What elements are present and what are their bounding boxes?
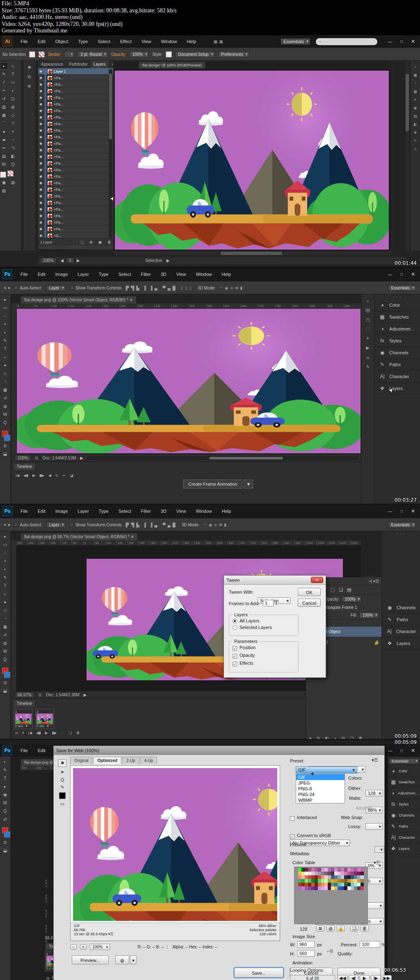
layer-name[interactable]: <Pa... <box>54 188 64 192</box>
snap-web-icon[interactable]: ⊠ <box>316 925 324 932</box>
dock-panel-button[interactable]: A| Character <box>388 832 420 843</box>
layer-row[interactable]: ◉ <Pa... ○ <box>38 94 113 101</box>
status-flyout-arrow[interactable]: ▶ <box>80 456 83 460</box>
color-swatch[interactable] <box>321 872 324 875</box>
color-swatch[interactable] <box>321 879 324 883</box>
tab-original[interactable]: Original <box>70 757 92 764</box>
workspace-switcher[interactable]: Essentials <box>389 758 419 764</box>
fill-value[interactable]: 100% <box>359 612 379 618</box>
layer-name[interactable]: <Pa... <box>54 214 64 218</box>
background-color-swatch[interactable] <box>4 831 10 838</box>
ai-menu-item[interactable]: Help <box>182 35 201 48</box>
close-button[interactable]: ✕ <box>408 271 418 278</box>
hand-tool-icon[interactable]: ✱ <box>58 759 66 767</box>
minimize-button[interactable]: — <box>385 38 395 45</box>
export-icon[interactable]: ⎘ <box>39 693 42 698</box>
color-swatch[interactable] <box>361 883 364 886</box>
visibility-eye-icon[interactable]: ◉ <box>39 129 43 132</box>
bridge-icon[interactable]: ▣ ▣ <box>213 39 223 44</box>
format-option-png8[interactable]: PNG-8 <box>296 786 345 792</box>
new-layer-icon[interactable]: ▣ <box>98 240 102 244</box>
visibility-eye-icon[interactable]: ◉ <box>39 168 43 172</box>
save-button[interactable]: Save... <box>234 968 283 978</box>
color-swatch[interactable] <box>347 883 351 886</box>
color-swatch[interactable] <box>298 872 301 875</box>
tab-close-icon[interactable]: ✕ <box>129 298 132 302</box>
dock-panel-button[interactable]: A| Character <box>382 626 420 638</box>
visibility-eye-icon[interactable]: ◉ <box>39 76 43 80</box>
dock-panel-button[interactable]: ◉ Channels <box>374 347 420 359</box>
color-swatch[interactable] <box>321 875 324 879</box>
layer-row[interactable]: ◉ <Pa... ○ <box>38 186 113 193</box>
status-flyout-arrow[interactable]: ▶ <box>84 693 87 697</box>
sfw-title-bar[interactable]: Save for Web (100%) <box>54 746 384 755</box>
percent-input[interactable]: 100 <box>360 941 380 948</box>
color-swatch[interactable] <box>351 879 354 883</box>
tween-with-dropdown[interactable]: Selection <box>258 597 290 604</box>
visibility-eye-icon[interactable]: ◉ <box>39 83 43 86</box>
ps-menu-item[interactable]: File <box>16 268 33 280</box>
color-swatch[interactable] <box>361 886 364 890</box>
color-swatch[interactable] <box>341 886 344 890</box>
color-swatch[interactable] <box>315 875 318 879</box>
layer-name[interactable]: <Pa... <box>54 109 64 113</box>
visibility-eye-icon[interactable]: ◉ <box>39 96 43 99</box>
color-swatch[interactable] <box>311 883 315 886</box>
color-swatch[interactable] <box>361 872 364 875</box>
play-button[interactable]: ▶ <box>360 975 370 980</box>
color-swatch[interactable] <box>328 875 331 879</box>
canvas-vscrollbar[interactable] <box>405 62 409 250</box>
color-swatch[interactable] <box>344 879 347 883</box>
layer-name[interactable]: <Pa... <box>54 194 64 198</box>
ai-mini-dock[interactable]: ✹ ⧉ ❖ <box>23 61 35 250</box>
panel-menu-icon[interactable]: »| ▾☰ <box>369 579 379 583</box>
ai-menu-item[interactable]: Object <box>50 35 73 48</box>
ps-menu-item[interactable]: 3D <box>156 268 171 280</box>
mode-3d-icons[interactable]: ◠◉✛✥▮ <box>219 286 244 290</box>
visibility-eye-icon[interactable]: ◉ <box>39 207 43 211</box>
symbols-icon[interactable]: ⧉ <box>28 74 31 80</box>
color-swatch[interactable] <box>354 883 357 886</box>
frames-to-add-input[interactable]: 1 <box>263 600 274 606</box>
color-swatch[interactable] <box>308 886 311 890</box>
color-swatch[interactable] <box>347 886 351 890</box>
color-swatch[interactable] <box>305 883 308 886</box>
color-swatch[interactable] <box>351 868 354 872</box>
color-swatch[interactable] <box>315 883 318 886</box>
cancel-button[interactable]: Cancel <box>298 599 321 607</box>
ai-toolbar[interactable]: ▸▹✎T /▭✑◐ ↺◫▥◍ ▦◇⌒▽ ●+▰◔ ✂◹▤◧ WQ ▣▨▧ <box>0 61 21 250</box>
color-swatch[interactable] <box>347 872 351 875</box>
maximize-button[interactable]: □ <box>396 507 407 515</box>
layer-name[interactable]: <Pa... <box>54 89 64 93</box>
color-swatch[interactable] <box>331 886 334 890</box>
color-swatch[interactable] <box>357 872 361 875</box>
dialog-close-button[interactable]: ✕ <box>311 577 323 583</box>
canvas-hscrollbar[interactable] <box>114 251 391 255</box>
color-swatch[interactable] <box>331 879 334 883</box>
close-button[interactable]: ✕ <box>408 507 418 515</box>
layer-name[interactable]: <Pa... <box>54 83 64 87</box>
layer-row[interactable]: ◉ <Pa... ○ <box>38 180 113 186</box>
height-input[interactable]: 560 <box>297 950 315 957</box>
ps-menu-item[interactable]: Filter <box>136 505 155 517</box>
convert-srgb-checkbox[interactable]: ✓Convert to sRGB <box>290 833 331 839</box>
layer-name[interactable]: <Pa... <box>54 76 64 80</box>
color-table-buttons[interactable]: ⊠ ◍ 🔒 ❏ 🗑 <box>316 925 369 932</box>
next-frame-button[interactable]: |▶ <box>371 975 381 980</box>
browser-preview-icon[interactable]: ◍ <box>115 955 129 964</box>
color-swatch[interactable] <box>328 879 331 883</box>
format-option-jpeg[interactable]: JPEG <box>296 780 345 786</box>
tab-4up[interactable]: 4-Up <box>140 757 158 764</box>
effects-checkbox[interactable]: ✓Effects <box>229 659 298 666</box>
ai-menu-item[interactable]: View <box>137 35 156 48</box>
preferences-button[interactable]: Preferences <box>218 51 249 57</box>
visibility-eye-icon[interactable]: ◉ <box>39 142 43 145</box>
ai-menu-item[interactable]: File <box>16 35 33 48</box>
color-swatch[interactable] <box>305 875 308 879</box>
color-swatch[interactable] <box>311 875 315 879</box>
color-swatch[interactable] <box>305 872 308 875</box>
visibility-eye-icon[interactable]: ◉ <box>39 69 43 73</box>
ps-menu-item[interactable]: 3D <box>156 505 171 517</box>
color-swatch[interactable] <box>354 875 357 879</box>
frame-nav-buttons[interactable]: ◀◀ ◀| ▶ |▶ ▶▶ <box>338 975 392 980</box>
